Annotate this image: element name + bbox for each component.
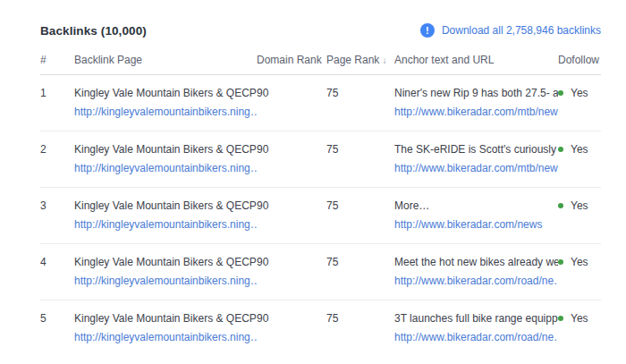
page-rank-value: 75 [326,87,394,118]
page-rank-value: 75 [326,199,394,231]
col-header-dofollow: Dofollow [558,54,601,66]
dofollow-dot-icon [558,147,563,152]
dofollow-dot-icon [558,316,563,321]
table-row: 5 Kingley Vale Mountain Bikers & QECP T…… [40,301,601,356]
anchor-url[interactable]: http://www.bikeradar.com/road/ne… [394,331,558,343]
col-header-backlink-page: Backlink Page [74,54,257,66]
anchor-url[interactable]: http://www.bikeradar.com/mtb/new… [394,106,558,118]
backlink-page-title: Kingley Vale Mountain Bikers & QECP T… [74,87,257,99]
col-header-page-rank-label: Page Rank [326,54,379,66]
table-row: 4 Kingley Vale Mountain Bikers & QECP T…… [40,244,601,301]
col-header-number: # [40,54,74,66]
dofollow-cell: Yes [558,312,601,343]
backlink-page-title: Kingley Vale Mountain Bikers & QECP T… [74,143,257,156]
table-row: 3 Kingley Vale Mountain Bikers & QECP T…… [40,188,601,244]
page-header: Backlinks (10,000) ! Download all 2,758,… [40,23,601,38]
backlink-page-url[interactable]: http://kingleyvalemountainbikers.ning… [74,218,257,231]
domain-rank-value: 90 [257,87,326,118]
dofollow-value: Yes [571,312,588,325]
download-all-link[interactable]: ! Download all 2,758,946 backlinks [420,23,601,38]
backlink-page-url[interactable]: http://kingleyvalemountainbikers.ning… [74,275,257,287]
dofollow-cell: Yes [558,143,601,174]
dofollow-cell: Yes [558,199,601,231]
backlink-page-title: Kingley Vale Mountain Bikers & QECP T… [74,256,257,268]
backlink-page-cell: Kingley Vale Mountain Bikers & QECP T… h… [74,312,257,343]
dofollow-cell: Yes [558,87,601,118]
anchor-url[interactable]: http://www.bikeradar.com/mtb/new… [394,162,558,174]
backlink-page-title: Kingley Vale Mountain Bikers & QECP T… [74,199,257,212]
anchor-text: The SK-eRIDE is Scott's curiously ap… [394,143,558,156]
backlink-page-cell: Kingley Vale Mountain Bikers & QECP T… h… [74,199,257,231]
backlinks-table: # Backlink Page Domain Rank Page Rank↓ A… [40,54,601,356]
row-number: 3 [40,199,74,231]
row-number: 4 [40,256,74,287]
table-header-row: # Backlink Page Domain Rank Page Rank↓ A… [40,54,601,75]
dofollow-dot-icon [558,259,563,265]
row-number: 1 [40,87,74,118]
backlink-page-url[interactable]: http://kingleyvalemountainbikers.ning… [74,162,257,174]
anchor-cell: Meet the hot new bikes already wea… http… [394,256,558,287]
backlinks-page: Backlinks (10,000) ! Download all 2,758,… [0,0,626,356]
row-number: 5 [40,312,74,343]
anchor-text: Meet the hot new bikes already wea… [394,256,558,268]
info-icon: ! [420,23,435,38]
domain-rank-value: 90 [257,312,326,343]
backlink-page-cell: Kingley Vale Mountain Bikers & QECP T… h… [74,87,257,118]
dofollow-cell: Yes [558,256,601,287]
domain-rank-value: 90 [257,256,326,287]
dofollow-value: Yes [571,143,588,156]
dofollow-value: Yes [571,199,588,212]
dofollow-value: Yes [571,87,588,99]
backlink-page-cell: Kingley Vale Mountain Bikers & QECP T… h… [74,143,257,174]
page-title: Backlinks (10,000) [40,24,147,38]
table-row: 1 Kingley Vale Mountain Bikers & QECP T…… [40,75,601,131]
row-number: 2 [40,143,74,174]
sort-down-icon: ↓ [382,55,386,65]
col-header-page-rank[interactable]: Page Rank↓ [326,54,394,66]
anchor-text: Niner's new Rip 9 has both 27.5- an… [394,87,558,99]
page-rank-value: 75 [326,143,394,174]
domain-rank-value: 90 [257,143,326,174]
download-all-label: Download all 2,758,946 backlinks [442,24,601,37]
anchor-url[interactable]: http://www.bikeradar.com/news [394,218,542,231]
backlink-page-url[interactable]: http://kingleyvalemountainbikers.ning… [74,106,257,118]
dofollow-dot-icon [558,203,563,208]
page-rank-value: 75 [326,256,394,287]
anchor-text: 3T launches full bike range equippe… [394,312,558,325]
domain-rank-value: 90 [257,199,326,231]
page-rank-value: 75 [326,312,394,343]
col-header-domain-rank: Domain Rank [257,54,326,66]
dofollow-value: Yes [571,256,588,268]
dofollow-dot-icon [558,90,563,96]
anchor-cell: The SK-eRIDE is Scott's curiously ap… ht… [394,143,558,174]
anchor-cell: Niner's new Rip 9 has both 27.5- an… htt… [394,87,558,118]
backlink-page-url[interactable]: http://kingleyvalemountainbikers.ning… [74,331,257,343]
col-header-anchor: Anchor text and URL [394,54,558,66]
anchor-text: More… [394,199,558,212]
table-row: 2 Kingley Vale Mountain Bikers & QECP T…… [40,131,601,188]
backlink-page-cell: Kingley Vale Mountain Bikers & QECP T… h… [74,256,257,287]
anchor-cell: 3T launches full bike range equippe… htt… [394,312,558,343]
backlink-page-title: Kingley Vale Mountain Bikers & QECP T… [74,312,257,325]
anchor-cell: More… http://www.bikeradar.com/news [394,199,558,231]
anchor-url[interactable]: http://www.bikeradar.com/road/ne… [394,275,558,287]
